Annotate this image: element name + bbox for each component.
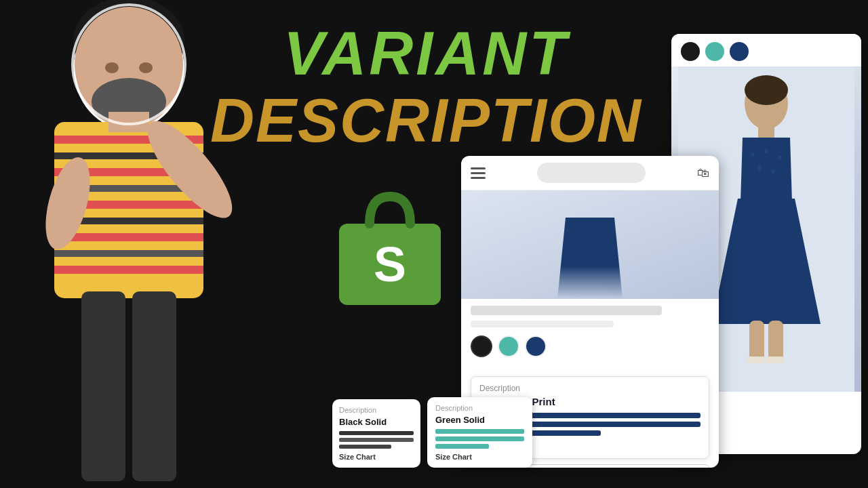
svg-rect-33 — [749, 321, 764, 361]
panel-top-colors — [671, 34, 861, 66]
product-title-bar — [471, 306, 662, 315]
svg-rect-22 — [132, 291, 176, 481]
product-image-mid — [461, 190, 719, 299]
color-swatch-black[interactable] — [471, 336, 492, 357]
title-area: VARIANT DESCRIPTION — [210, 20, 642, 155]
desc-label-small-black: Description — [339, 406, 414, 414]
svg-rect-17 — [54, 266, 203, 274]
svg-point-30 — [778, 156, 782, 160]
color-dot-teal[interactable] — [705, 42, 724, 61]
desc-line-b3 — [339, 445, 391, 449]
hamburger-line — [471, 177, 486, 179]
svg-rect-15 — [54, 233, 203, 241]
svg-rect-34 — [768, 321, 783, 361]
desc-line-g2 — [435, 436, 524, 441]
svg-point-28 — [751, 152, 755, 157]
product-name-green: Green Solid — [435, 415, 524, 425]
panel-small-black: Description Black Solid Size Chart — [332, 399, 420, 468]
svg-rect-21 — [81, 291, 125, 481]
description-label: Description — [479, 384, 701, 393]
svg-point-31 — [757, 166, 762, 170]
product-info-mid — [461, 299, 719, 371]
dress-legs — [549, 218, 631, 299]
cart-icon[interactable]: 🛍 — [697, 166, 709, 180]
hamburger-line — [471, 172, 486, 174]
svg-rect-27 — [758, 124, 774, 138]
hamburger-line — [471, 167, 486, 169]
panel-medium-green: Description Green Solid Size Chart — [427, 397, 532, 468]
svg-rect-36 — [766, 357, 784, 363]
svg-point-5 — [105, 62, 119, 73]
title-line2: DESCRIPTION — [210, 87, 642, 155]
color-dot-black[interactable] — [681, 42, 700, 61]
shopify-bag-icon: S — [332, 183, 448, 312]
svg-point-29 — [764, 149, 768, 153]
svg-rect-35 — [747, 357, 765, 363]
color-row — [471, 336, 709, 357]
svg-rect-16 — [54, 250, 203, 257]
svg-point-6 — [139, 62, 153, 73]
desc-line-g1 — [435, 429, 524, 434]
color-swatch-teal[interactable] — [498, 336, 519, 357]
hamburger-menu[interactable] — [471, 167, 486, 179]
svg-text:S: S — [374, 237, 406, 291]
desc-line-b1 — [339, 431, 414, 435]
desc-line-g3 — [435, 444, 489, 449]
size-chart-green[interactable]: Size Chart — [435, 453, 524, 461]
color-swatch-navy[interactable] — [525, 336, 547, 357]
desc-line-b2 — [339, 438, 414, 442]
product-name-black: Black Solid — [339, 417, 414, 427]
search-bar[interactable] — [537, 163, 646, 183]
product-subtitle-bar — [471, 321, 614, 327]
small-panels-area: Description Black Solid Size Chart Descr… — [332, 397, 532, 468]
color-dot-navy[interactable] — [730, 42, 749, 61]
person-area — [0, 0, 258, 488]
panel-header: 🛍 — [461, 156, 719, 190]
desc-label-green: Description — [435, 404, 524, 412]
title-line1: VARIANT — [210, 20, 642, 87]
person-silhouette — [0, 0, 258, 488]
svg-point-26 — [745, 75, 788, 105]
size-chart-black[interactable]: Size Chart — [339, 453, 414, 461]
svg-point-32 — [771, 169, 775, 174]
